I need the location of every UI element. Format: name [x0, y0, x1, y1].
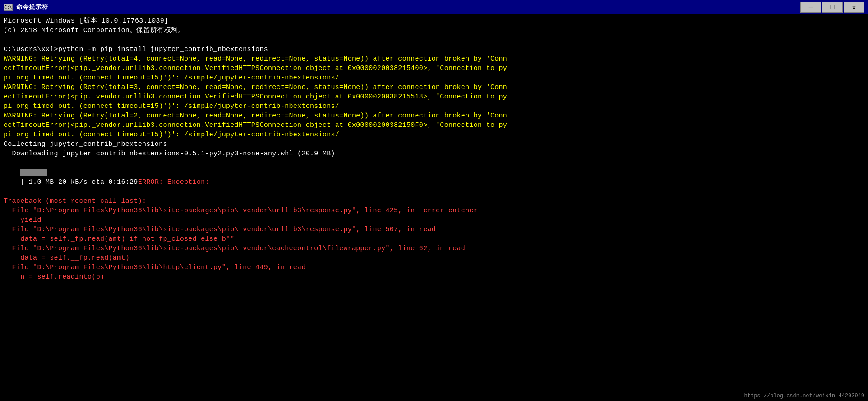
window-controls: ─ □ ✕	[800, 2, 864, 13]
console-line: Collecting jupyter_contrib_nbextensions	[4, 140, 864, 149]
console-line: WARNING: Retrying (Retry(total=2, connec…	[4, 111, 864, 121]
console-line: (c) 2018 Microsoft Corporation。保留所有权利。	[4, 26, 864, 35]
console-line: yield	[4, 215, 864, 225]
progress-bar-filled	[20, 169, 47, 176]
console-line: File "​D:\Program Files\Python36\lib\htt…	[4, 263, 864, 272]
progress-line: | 1.0 MB 20 kB/s eta 0:16:29ERROR: Excep…	[4, 159, 864, 196]
error-inline: ERROR: Exception:	[138, 178, 209, 186]
console-line: pi.org timed out. (connect timeout=15)')…	[4, 102, 864, 111]
console-line: ectTimeoutError(<pip._vendor.urllib3.con…	[4, 92, 864, 102]
console-line: File "​D:\Program Files\Python36\lib\sit…	[4, 225, 864, 234]
title-bar: C:\ 命令提示符 ─ □ ✕	[0, 0, 868, 14]
console-line: Traceback (most recent call last):	[4, 196, 864, 206]
console-line: File "​D:\Program Files\Python36\lib\sit…	[4, 244, 864, 253]
console-line: ectTimeoutError(<pip._vendor.urllib3.con…	[4, 64, 864, 73]
cmd-icon: C:\	[4, 4, 13, 11]
console-line: WARNING: Retrying (Retry(total=3, connec…	[4, 83, 864, 92]
console-line: pi.org timed out. (connect timeout=15)')…	[4, 73, 864, 83]
console-line: Downloading jupyter_contrib_nbextensions…	[4, 149, 864, 159]
title-bar-left: C:\ 命令提示符	[4, 3, 48, 11]
close-button[interactable]: ✕	[844, 2, 864, 13]
console-body: Microsoft Windows [版本 10.0.17763.1039] (…	[0, 14, 868, 401]
minimize-button[interactable]: ─	[800, 2, 821, 13]
maximize-button[interactable]: □	[822, 2, 843, 13]
console-line: C:\Users\xxl>python -m pip install jupyt…	[4, 45, 864, 54]
console-line: n = self.readinto(b)	[4, 272, 864, 282]
console-line: data = self.__fp.read(amt)	[4, 253, 864, 263]
console-line: ectTimeoutError(<pip._vendor.urllib3.con…	[4, 121, 864, 130]
console-line: Microsoft Windows [版本 10.0.17763.1039]	[4, 16, 864, 26]
console-line: WARNING: Retrying (Retry(total=4, connec…	[4, 54, 864, 64]
console-line: data = self._fp.read(amt) if not fp_clos…	[4, 234, 864, 244]
console-line: File "​D:\Program Files\Python36\lib\sit…	[4, 206, 864, 215]
window-title: 命令提示符	[16, 3, 48, 11]
progress-pipe: | 1.0 MB 20 kB/s eta 0:16:29	[20, 178, 138, 186]
console-line	[4, 35, 864, 45]
watermark: https://blog.csdn.net/weixin_44293949	[744, 393, 864, 399]
console-line: pi.org timed out. (connect timeout=15)')…	[4, 130, 864, 140]
